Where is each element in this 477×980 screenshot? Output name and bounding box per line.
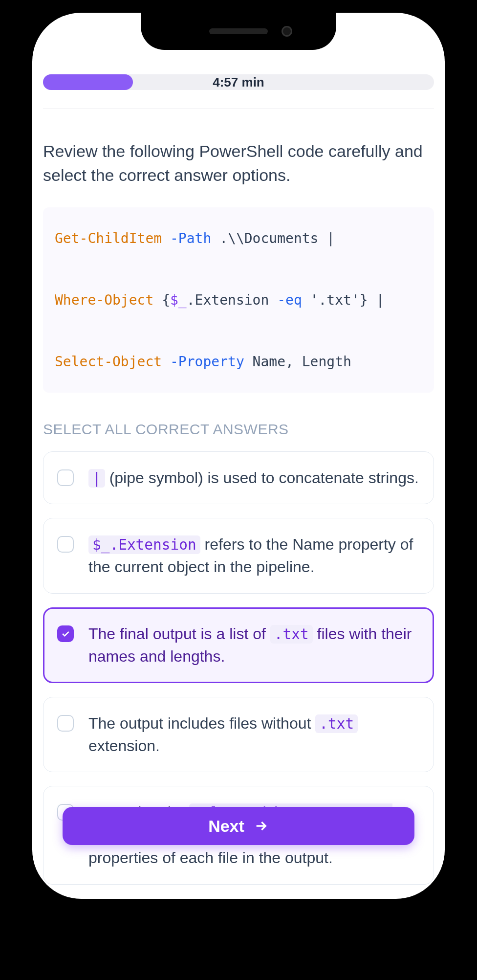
check-icon [61, 629, 70, 639]
screen: 4:57 min Review the following PowerShell… [32, 13, 445, 899]
inline-code: | [88, 469, 105, 488]
code-token: } | [360, 292, 385, 308]
code-token: -Path [170, 230, 211, 246]
code-token: Name, Length [244, 354, 351, 370]
code-token: -eq [277, 292, 302, 308]
phone-notch [141, 13, 336, 50]
question-prompt: Review the following PowerShell code car… [43, 139, 434, 188]
code-token: .\\Documents | [211, 230, 335, 246]
answer-option-0[interactable]: | (pipe symbol) is used to concatenate s… [43, 451, 434, 504]
checkbox[interactable] [57, 625, 74, 642]
progress-fill [43, 74, 133, 90]
code-token: { [153, 292, 170, 308]
arrow-right-icon [253, 818, 269, 834]
option-text: The final output is a list of .txt files… [88, 623, 420, 668]
answer-option-1[interactable]: $_.Extension refers to the Name property… [43, 518, 434, 594]
next-button[interactable]: Next [63, 807, 414, 845]
code-token: $_ [170, 292, 187, 308]
section-label: SELECT ALL CORRECT ANSWERS [43, 421, 434, 438]
camera-icon [282, 26, 292, 37]
answer-option-2[interactable]: The final output is a list of .txt files… [43, 607, 434, 683]
progress-bar: 4:57 min [43, 74, 434, 90]
option-text: | (pipe symbol) is used to concatenate s… [88, 467, 419, 489]
timer-label: 4:57 min [213, 75, 264, 90]
code-block: Get-ChildItem -Path .\\Documents | Where… [43, 207, 434, 393]
phone-shell: 4:57 min Review the following PowerShell… [21, 1, 456, 911]
checkbox[interactable] [57, 536, 74, 553]
speaker-icon [209, 28, 268, 34]
inline-code: .txt [315, 714, 358, 733]
code-token: Select-Object [55, 354, 162, 370]
content: Review the following PowerShell code car… [32, 109, 445, 899]
code-token: '.txt' [302, 292, 360, 308]
checkbox[interactable] [57, 715, 74, 732]
checkbox[interactable] [57, 469, 74, 486]
code-token: Where-Object [55, 292, 153, 308]
option-text: The output includes files without .txt e… [88, 712, 420, 757]
code-token: .Extension [187, 292, 277, 308]
code-token: -Property [170, 354, 244, 370]
next-button-label: Next [208, 817, 244, 836]
phone-inner: 4:57 min Review the following PowerShell… [32, 13, 445, 899]
inline-code: $_.Extension [88, 535, 200, 554]
answer-option-3[interactable]: The output includes files without .txt e… [43, 697, 434, 773]
code-token: Get-ChildItem [55, 230, 162, 246]
inline-code: .txt [270, 625, 313, 644]
option-text: $_.Extension refers to the Name property… [88, 533, 420, 579]
